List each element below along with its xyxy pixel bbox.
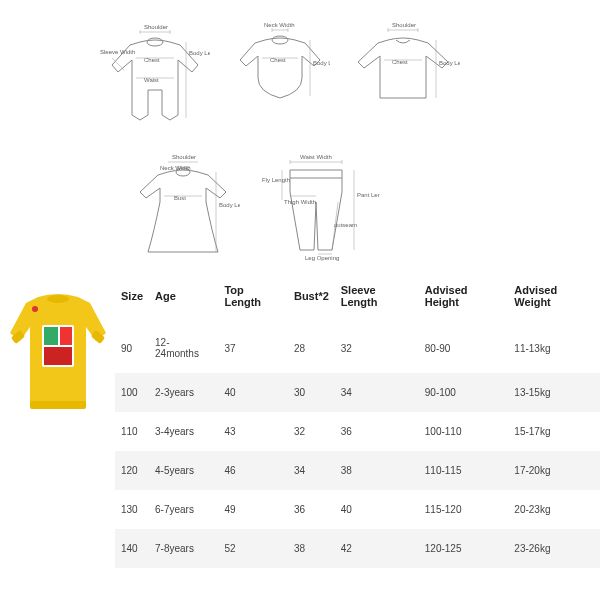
label-neck: Neck Width bbox=[264, 22, 295, 28]
table-row: 1002-3years40303490-10013-15kg bbox=[115, 373, 600, 412]
cell-sleeve_length: 42 bbox=[335, 529, 419, 568]
size-table-body: 9012-24months37283280-9011-13kg1002-3yea… bbox=[115, 323, 600, 569]
product-image bbox=[0, 270, 115, 430]
cell-bust2: 32 bbox=[288, 412, 335, 451]
cell-top_length: 40 bbox=[218, 373, 288, 412]
sweatshirt-icon bbox=[8, 285, 108, 415]
cell-age: 6-7years bbox=[149, 490, 218, 529]
table-row: 9012-24months37283280-9011-13kg bbox=[115, 323, 600, 374]
cell-advised_weight: 15-17kg bbox=[508, 412, 600, 451]
shirt-diagram: Shoulder Chest Body Length bbox=[350, 20, 460, 112]
label-neck: Neck Width bbox=[160, 165, 191, 171]
cell-sleeve_length: 32 bbox=[335, 323, 419, 374]
cell-advised_height: 115-120 bbox=[419, 490, 509, 529]
cell-advised_weight: 17-20kg bbox=[508, 451, 600, 490]
cell-advised_height: 110-115 bbox=[419, 451, 509, 490]
cell-size: 120 bbox=[115, 451, 149, 490]
label-pant-len: Pant Length bbox=[357, 192, 380, 198]
svg-rect-38 bbox=[44, 327, 58, 345]
label-chest: Chest bbox=[144, 57, 160, 63]
label-shoulder: Shoulder bbox=[172, 154, 196, 160]
cell-size: 100 bbox=[115, 373, 149, 412]
table-row: 1103-4years433236100-11015-17kg bbox=[115, 412, 600, 451]
cell-bust2: 28 bbox=[288, 323, 335, 374]
label-waist: Waist bbox=[144, 77, 159, 83]
onesie-diagram: Neck Width Chest Body Length bbox=[230, 20, 330, 112]
cell-size: 90 bbox=[115, 323, 149, 374]
cell-top_length: 46 bbox=[218, 451, 288, 490]
cell-advised_weight: 11-13kg bbox=[508, 323, 600, 374]
cell-age: 12-24months bbox=[149, 323, 218, 374]
svg-rect-34 bbox=[30, 401, 86, 409]
size-table-wrap: Size Age Top Length Bust*2 Sleeve Length… bbox=[115, 270, 600, 568]
col-advised-height: Advised Height bbox=[419, 270, 509, 323]
dress-diagram: Shoulder Neck Width Bust Body Length bbox=[130, 152, 240, 264]
cell-sleeve_length: 34 bbox=[335, 373, 419, 412]
cell-top_length: 37 bbox=[218, 323, 288, 374]
cell-bust2: 38 bbox=[288, 529, 335, 568]
size-table: Size Age Top Length Bust*2 Sleeve Length… bbox=[115, 270, 600, 568]
col-age: Age bbox=[149, 270, 218, 323]
cell-size: 130 bbox=[115, 490, 149, 529]
measurement-diagrams: Shoulder Sleeve Width Chest Waist Body L… bbox=[0, 0, 600, 270]
label-shoulder: Shoulder bbox=[392, 22, 416, 28]
cell-advised_height: 80-90 bbox=[419, 323, 509, 374]
label-body-len: Body Length bbox=[313, 60, 330, 66]
size-chart-section: Size Age Top Length Bust*2 Sleeve Length… bbox=[0, 270, 600, 568]
cell-advised_weight: 13-15kg bbox=[508, 373, 600, 412]
cell-sleeve_length: 38 bbox=[335, 451, 419, 490]
cell-age: 4-5years bbox=[149, 451, 218, 490]
svg-point-41 bbox=[32, 306, 38, 312]
label-sleeve: Sleeve Width bbox=[100, 49, 135, 55]
label-bust: Bust bbox=[174, 195, 186, 201]
col-advised-weight: Advised Weight bbox=[508, 270, 600, 323]
svg-point-8 bbox=[272, 36, 288, 44]
cell-age: 3-4years bbox=[149, 412, 218, 451]
cell-bust2: 30 bbox=[288, 373, 335, 412]
cell-bust2: 34 bbox=[288, 451, 335, 490]
cell-top_length: 49 bbox=[218, 490, 288, 529]
label-outseam: outseam bbox=[334, 222, 357, 228]
label-thigh: Thigh Width bbox=[284, 199, 316, 205]
label-leg-opening: Leg Opening bbox=[305, 255, 339, 261]
col-bust2: Bust*2 bbox=[288, 270, 335, 323]
pants-diagram: Waist Width Fly Length Thigh Width Pant … bbox=[260, 152, 380, 264]
table-row: 1407-8years523842120-12523-26kg bbox=[115, 529, 600, 568]
cell-advised_height: 90-100 bbox=[419, 373, 509, 412]
label-chest: Chest bbox=[392, 59, 408, 65]
label-body-len: Body Length bbox=[219, 202, 240, 208]
cell-age: 2-3years bbox=[149, 373, 218, 412]
svg-point-0 bbox=[147, 38, 163, 46]
svg-line-4 bbox=[112, 58, 124, 70]
cell-size: 140 bbox=[115, 529, 149, 568]
cell-top_length: 52 bbox=[218, 529, 288, 568]
cell-top_length: 43 bbox=[218, 412, 288, 451]
cell-sleeve_length: 40 bbox=[335, 490, 419, 529]
svg-rect-39 bbox=[60, 327, 72, 345]
cell-bust2: 36 bbox=[288, 490, 335, 529]
col-size: Size bbox=[115, 270, 149, 323]
table-header-row: Size Age Top Length Bust*2 Sleeve Length… bbox=[115, 270, 600, 323]
table-row: 1306-7years493640115-12020-23kg bbox=[115, 490, 600, 529]
cell-age: 7-8years bbox=[149, 529, 218, 568]
label-body-len: Body Length bbox=[439, 60, 460, 66]
label-waist: Waist Width bbox=[300, 154, 332, 160]
cell-size: 110 bbox=[115, 412, 149, 451]
cell-advised_weight: 23-26kg bbox=[508, 529, 600, 568]
cell-advised_height: 100-110 bbox=[419, 412, 509, 451]
table-row: 1204-5years463438110-11517-20kg bbox=[115, 451, 600, 490]
col-top-length: Top Length bbox=[218, 270, 288, 323]
col-sleeve-length: Sleeve Length bbox=[335, 270, 419, 323]
label-chest: Chest bbox=[270, 57, 286, 63]
cell-sleeve_length: 36 bbox=[335, 412, 419, 451]
label-shoulder: Shoulder bbox=[144, 24, 168, 30]
svg-rect-40 bbox=[44, 347, 72, 365]
svg-point-33 bbox=[47, 295, 69, 303]
cell-advised_height: 120-125 bbox=[419, 529, 509, 568]
label-fly: Fly Length bbox=[262, 177, 290, 183]
cell-advised_weight: 20-23kg bbox=[508, 490, 600, 529]
label-body-len: Body Len bbox=[189, 50, 210, 56]
romper-diagram: Shoulder Sleeve Width Chest Waist Body L… bbox=[100, 20, 210, 132]
